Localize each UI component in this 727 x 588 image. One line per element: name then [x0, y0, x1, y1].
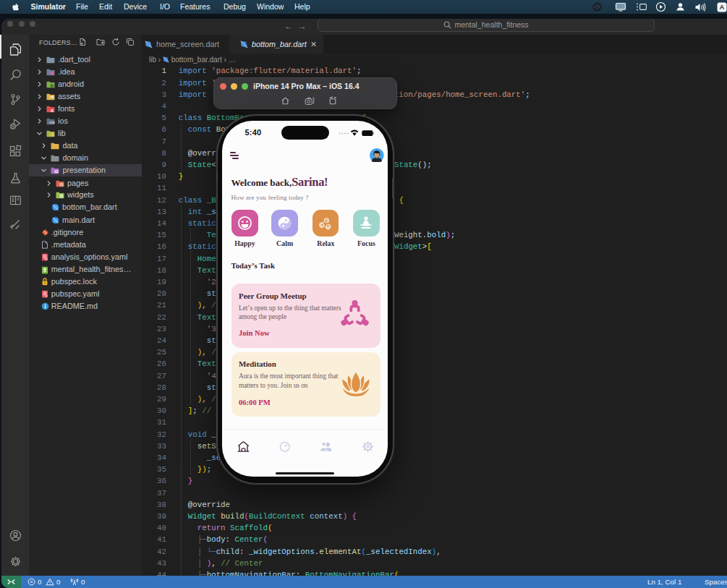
svg-text:iOS: iOS [49, 122, 55, 125]
svg-text:A: A [51, 108, 54, 112]
svg-text:A: A [720, 3, 725, 11]
